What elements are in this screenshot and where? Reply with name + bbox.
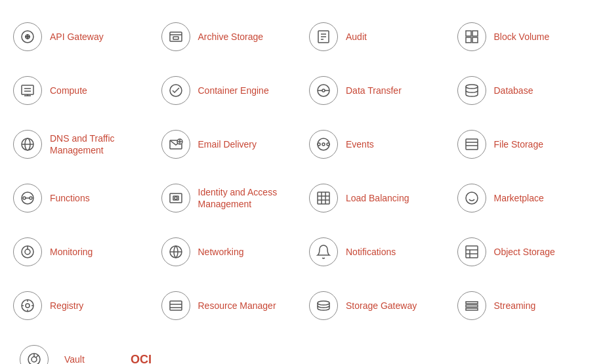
service-item-file-storage[interactable]: File Storage [451, 121, 599, 168]
streaming-label: Streaming [494, 300, 536, 312]
service-item-block-volume[interactable]: Block Volume [451, 13, 599, 60]
service-item-object-storage[interactable]: Object Storage [451, 228, 599, 275]
svg-point-20 [322, 89, 325, 92]
service-item-monitoring[interactable]: Monitoring [7, 228, 155, 275]
svg-rect-12 [472, 37, 478, 43]
service-item-container-engine[interactable]: Container Engine [155, 67, 303, 114]
svg-rect-4 [173, 37, 178, 39]
svg-rect-9 [466, 31, 471, 36]
svg-rect-10 [472, 31, 478, 36]
service-item-iam[interactable]: Identity and Access Management [155, 174, 303, 222]
events-label: Events [346, 138, 374, 150]
service-item-vault[interactable]: Vault [13, 336, 91, 364]
audit-label: Audit [346, 31, 367, 43]
service-item-email-delivery[interactable]: Email Delivery [155, 121, 303, 168]
data-transfer-icon [309, 76, 338, 105]
load-balancing-label: Load Balancing [346, 192, 409, 204]
resource-manager-icon [161, 291, 190, 320]
container-engine-label: Container Engine [198, 85, 269, 96]
resource-manager-label: Resource Manager [198, 300, 276, 312]
iam-icon [161, 184, 190, 212]
brand-label: OCI [131, 353, 152, 365]
storage-gateway-label: Storage Gateway [346, 300, 417, 312]
svg-point-34 [322, 143, 325, 146]
object-storage-label: Object Storage [494, 246, 555, 258]
functions-icon [13, 184, 42, 212]
footer-row: Vault OCI [7, 329, 598, 364]
iam-label: Identity and Access Management [198, 186, 297, 210]
functions-label: Functions [50, 192, 90, 204]
vault-icon [20, 345, 49, 364]
service-item-database[interactable]: Database [451, 67, 599, 114]
archive-storage-icon [161, 22, 190, 51]
service-item-api-gateway[interactable]: API Gateway [7, 13, 155, 60]
svg-rect-11 [466, 37, 471, 43]
svg-point-32 [318, 143, 320, 146]
monitoring-icon [13, 237, 42, 266]
file-storage-icon [457, 130, 486, 159]
block-volume-icon [457, 22, 486, 51]
marketplace-icon [457, 184, 486, 212]
service-item-marketplace[interactable]: Marketplace [451, 174, 599, 222]
svg-rect-35 [466, 139, 478, 150]
service-item-compute[interactable]: Compute [7, 67, 155, 114]
svg-point-53 [25, 249, 30, 254]
streaming-icon [457, 291, 486, 320]
data-transfer-label: Data Transfer [346, 85, 402, 96]
service-item-audit[interactable]: Audit [302, 13, 451, 60]
load-balancing-icon [309, 184, 338, 212]
service-item-functions[interactable]: Functions [7, 174, 155, 222]
archive-storage-label: Archive Storage [198, 31, 264, 43]
notifications-label: Notifications [346, 246, 396, 258]
svg-point-39 [23, 197, 26, 199]
networking-icon [161, 237, 190, 266]
service-item-registry[interactable]: Registry [7, 282, 155, 329]
block-volume-label: Block Volume [494, 31, 550, 43]
dns-traffic-icon [13, 130, 42, 159]
events-icon [309, 130, 338, 159]
svg-rect-13 [22, 85, 33, 94]
service-item-data-transfer[interactable]: Data Transfer [302, 67, 451, 114]
email-delivery-icon [161, 130, 190, 159]
services-grid: API GatewayArchive StorageAuditBlock Vol… [7, 13, 598, 329]
svg-point-23 [466, 85, 478, 89]
api-gateway-label: API Gateway [50, 31, 104, 43]
svg-point-65 [318, 301, 329, 305]
svg-rect-41 [170, 193, 182, 203]
svg-rect-66 [466, 302, 478, 304]
object-storage-icon [457, 237, 486, 266]
service-item-load-balancing[interactable]: Load Balancing [302, 174, 451, 222]
service-item-resource-manager[interactable]: Resource Manager [155, 282, 303, 329]
service-item-dns-traffic[interactable]: DNS and Traffic Management [7, 121, 155, 168]
storage-gateway-icon [309, 291, 338, 320]
database-label: Database [494, 85, 533, 96]
compute-label: Compute [50, 85, 87, 96]
svg-point-61 [26, 304, 30, 308]
email-delivery-label: Email Delivery [198, 138, 257, 150]
svg-point-49 [466, 192, 478, 204]
service-item-notifications[interactable]: Notifications [302, 228, 451, 275]
service-item-events[interactable]: Events [302, 121, 451, 168]
vault-label: Vault [64, 354, 85, 364]
api-gateway-icon [13, 22, 42, 51]
service-item-networking[interactable]: Networking [155, 228, 303, 275]
file-storage-label: File Storage [494, 138, 543, 150]
service-item-streaming[interactable]: Streaming [451, 282, 599, 329]
svg-rect-56 [466, 246, 478, 258]
svg-point-70 [31, 357, 37, 362]
svg-line-72 [36, 355, 39, 358]
container-engine-icon [161, 76, 190, 105]
registry-icon [13, 291, 42, 320]
svg-point-43 [175, 197, 177, 199]
audit-icon [309, 22, 338, 51]
dns-traffic-label: DNS and Traffic Management [50, 132, 148, 156]
service-item-archive-storage[interactable]: Archive Storage [155, 13, 303, 60]
svg-point-40 [30, 197, 32, 199]
registry-label: Registry [50, 300, 83, 312]
svg-point-33 [327, 143, 329, 146]
compute-icon [13, 76, 42, 105]
monitoring-label: Monitoring [50, 246, 93, 258]
service-item-storage-gateway[interactable]: Storage Gateway [302, 282, 451, 329]
notifications-icon [309, 237, 338, 266]
database-icon [457, 76, 486, 105]
